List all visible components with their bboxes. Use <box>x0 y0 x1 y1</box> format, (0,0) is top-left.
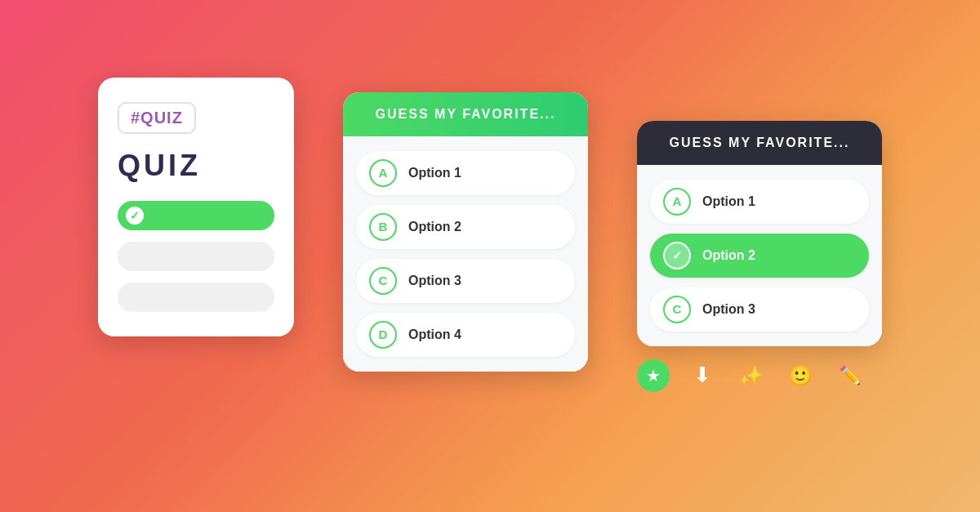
quiz-title: QUIZ <box>118 149 201 183</box>
download-button[interactable]: ⬇ <box>686 359 719 392</box>
quiz-card-4options: GUESS MY FAVORITE... A Option 1 B Option… <box>343 92 588 372</box>
option-row-d[interactable]: D Option 4 <box>356 313 575 357</box>
pencil-button[interactable]: ✏️ <box>833 359 866 392</box>
card2-body: A Option 1 B Option 2 C Option 3 D Optio… <box>343 136 588 372</box>
quiz-card: #QUIZ QUIZ ✓ <box>98 78 294 336</box>
option-circle-b: B <box>369 213 397 241</box>
checkmark-icon: ✓ <box>126 207 144 225</box>
option-circle-a: A <box>369 159 397 187</box>
card2-header: GUESS MY FAVORITE... <box>343 92 588 136</box>
option-circle-d: D <box>369 321 397 349</box>
answer-bar-selected: ✓ <box>118 201 274 230</box>
option-circle-3c: C <box>663 296 691 323</box>
bottom-icon-bar: ★ ⬇ ✨ 🙂 ✏️ <box>637 359 866 392</box>
option-label-a: Option 1 <box>408 166 461 180</box>
option-label-3a: Option 1 <box>702 194 755 209</box>
option-label-d: Option 4 <box>408 327 461 342</box>
option-circle-3b: ✓ <box>663 242 691 269</box>
card3-header: GUESS MY FAVORITE... <box>637 121 882 165</box>
option-row-a[interactable]: A Option 1 <box>356 151 575 195</box>
option-row-c[interactable]: C Option 3 <box>356 259 575 303</box>
option-label-b: Option 2 <box>408 220 461 234</box>
option-label-3b: Option 2 <box>702 248 755 263</box>
option-circle-3a: A <box>663 188 691 216</box>
answer-bar-2 <box>118 283 274 312</box>
option-row-3b-selected[interactable]: ✓ Option 2 <box>650 234 869 278</box>
star-button[interactable]: ★ <box>637 359 670 392</box>
option-circle-c: C <box>369 267 397 295</box>
option-row-3a[interactable]: A Option 1 <box>650 180 869 224</box>
sparkle-button[interactable]: ✨ <box>735 359 768 392</box>
card3-body: A Option 1 ✓ Option 2 C Option 3 <box>637 165 882 346</box>
answer-bar-1 <box>118 242 274 271</box>
option-row-b[interactable]: B Option 2 <box>356 205 575 249</box>
face-button[interactable]: 🙂 <box>784 359 817 392</box>
option-row-3c[interactable]: C Option 3 <box>650 287 869 332</box>
option-label-3c: Option 3 <box>702 302 755 317</box>
option-label-c: Option 3 <box>408 274 461 288</box>
quiz-card-3options: GUESS MY FAVORITE... A Option 1 ✓ Option… <box>637 121 882 346</box>
quiz-hashtag: #QUIZ <box>118 102 196 134</box>
